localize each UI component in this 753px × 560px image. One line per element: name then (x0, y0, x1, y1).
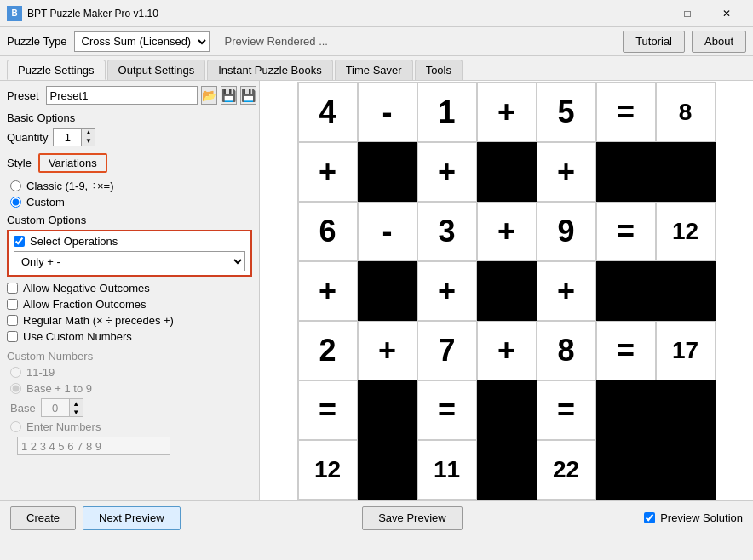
use-custom-numbers-checkbox[interactable] (7, 331, 18, 342)
create-button[interactable]: Create (10, 506, 76, 530)
tab-tools[interactable]: Tools (415, 60, 463, 80)
radio-11-19 (10, 367, 21, 378)
puzzle-cell: 4 (298, 83, 358, 142)
quantity-row: Quantity ▲ ▼ (7, 128, 252, 146)
save-preview-button[interactable]: Save Preview (362, 506, 462, 530)
radio-custom-label: Custom (26, 196, 65, 209)
puzzle-cell: = (417, 380, 477, 440)
base-down-button: ▼ (70, 408, 83, 416)
allow-fraction-row: Allow Fraction Outcomes (7, 298, 252, 311)
radio-classic[interactable] (10, 180, 21, 191)
quantity-up-button[interactable]: ▲ (82, 129, 95, 137)
tab-output-settings[interactable]: Output Settings (107, 60, 206, 80)
ops-dropdown[interactable]: Only + - All operations + - only + - × ÷ (14, 251, 245, 271)
enter-numbers-label: Enter Numbers (26, 420, 101, 433)
variations-button[interactable]: Variations (38, 153, 107, 173)
puzzle-cell: 1 (417, 83, 477, 142)
radio-base-row: Base + 1 to 9 (7, 382, 252, 395)
allow-negative-row: Allow Negative Outcomes (7, 282, 252, 294)
puzzle-type-label: Puzzle Type (7, 35, 67, 48)
style-row: Style Variations (7, 153, 252, 173)
tabs: Puzzle Settings Output Settings Instant … (0, 56, 753, 80)
puzzle-cell: = (596, 202, 656, 261)
puzzle-cell: + (477, 83, 537, 142)
puzzle-cell: + (477, 321, 537, 380)
window-controls: — □ ✕ (629, 0, 746, 27)
select-ops-check-row: Select Operations (14, 235, 245, 248)
app-title: BPT Puzzle Maker Pro v1.10 (27, 8, 629, 20)
puzzle-cell (358, 261, 417, 321)
puzzle-cell (656, 261, 716, 321)
radio-custom[interactable] (10, 197, 21, 208)
allow-fraction-label: Allow Fraction Outcomes (23, 298, 147, 311)
base-label: Base (10, 402, 36, 414)
regular-math-row: Regular Math (× ÷ precedes +) (7, 314, 252, 327)
puzzle-cell (656, 440, 716, 500)
puzzle-cell: + (537, 142, 596, 202)
use-custom-nums-row: Use Custom Numbers (7, 330, 252, 343)
base-spinners: ▲ ▼ (69, 399, 83, 416)
preset-row: Preset 📂 💾 💾 (7, 86, 252, 105)
preview-solution-label: Preview Solution (660, 511, 743, 524)
preview-solution-checkbox[interactable] (644, 512, 655, 523)
preset-input[interactable] (46, 86, 198, 105)
custom-options-label: Custom Options (7, 214, 252, 226)
save-preset-button[interactable]: 💾 (221, 86, 237, 105)
puzzle-type-select[interactable]: Cross Sum (Licensed) (74, 31, 210, 52)
tab-time-saver[interactable]: Time Saver (335, 60, 413, 80)
quantity-down-button[interactable]: ▼ (82, 137, 95, 146)
base-up-button: ▲ (70, 399, 83, 408)
puzzle-grid: 4-1+5=8+++6-3+9=12+++2+7+8=17===121122 (297, 82, 716, 500)
about-button[interactable]: About (692, 31, 746, 53)
puzzle-cell: 11 (417, 440, 477, 500)
enter-numbers-row: Enter Numbers (7, 420, 252, 433)
radio-base (10, 383, 21, 394)
tutorial-button[interactable]: Tutorial (623, 31, 685, 53)
radio-11-19-row: 11-19 (7, 366, 252, 379)
radio-base-label: Base + 1 to 9 (26, 382, 92, 395)
puzzle-cell: 12 (298, 440, 358, 500)
maximize-button[interactable]: □ (668, 0, 707, 27)
puzzle-cell: + (477, 202, 537, 261)
puzzle-cell: 6 (298, 202, 358, 261)
close-button[interactable]: ✕ (707, 0, 746, 27)
title-bar: B BPT Puzzle Maker Pro v1.10 — □ ✕ (0, 0, 753, 27)
radio-enter-numbers (10, 421, 21, 432)
puzzle-cell: + (417, 142, 477, 202)
open-preset-button[interactable]: 📂 (201, 86, 217, 105)
quantity-label: Quantity (7, 131, 48, 144)
puzzle-cell: 2 (298, 321, 358, 380)
puzzle-cell: 12 (656, 202, 716, 261)
puzzle-cell: 3 (417, 202, 477, 261)
puzzle-cell (596, 440, 656, 500)
left-panel: Preset 📂 💾 💾 Basic Options Quantity ▲ ▼ … (0, 81, 260, 500)
puzzle-cell (656, 142, 716, 202)
quantity-input[interactable] (54, 129, 81, 146)
use-custom-numbers-label: Use Custom Numbers (23, 330, 132, 343)
enter-numbers-input (17, 437, 170, 455)
enter-numbers-input-row (7, 437, 252, 455)
allow-negative-label: Allow Negative Outcomes (23, 282, 150, 294)
puzzle-cell: = (298, 380, 358, 440)
tab-puzzle-settings[interactable]: Puzzle Settings (7, 60, 106, 80)
puzzle-cell: + (358, 321, 417, 380)
next-preview-button[interactable]: Next Preview (83, 506, 181, 530)
regular-math-checkbox[interactable] (7, 315, 18, 326)
tab-instant-puzzle-books[interactable]: Instant Puzzle Books (207, 60, 332, 80)
puzzle-cell: + (298, 261, 358, 321)
puzzle-cell (596, 142, 656, 202)
save-as-preset-button[interactable]: 💾 (240, 86, 256, 105)
puzzle-cell (656, 380, 716, 440)
puzzle-cell (596, 380, 656, 440)
allow-negative-checkbox[interactable] (7, 283, 18, 294)
radio-11-19-label: 11-19 (26, 366, 55, 379)
ops-dropdown-row: Only + - All operations + - only + - × ÷ (14, 251, 245, 271)
style-label: Style (7, 157, 32, 169)
allow-fraction-checkbox[interactable] (7, 299, 18, 310)
preview-status: Preview Rendered ... (225, 35, 617, 48)
select-operations-checkbox[interactable] (14, 236, 25, 247)
puzzle-cell: 9 (537, 202, 596, 261)
select-operations-box: Select Operations Only + - All operation… (7, 230, 252, 277)
puzzle-cell: = (596, 321, 656, 380)
minimize-button[interactable]: — (629, 0, 668, 27)
